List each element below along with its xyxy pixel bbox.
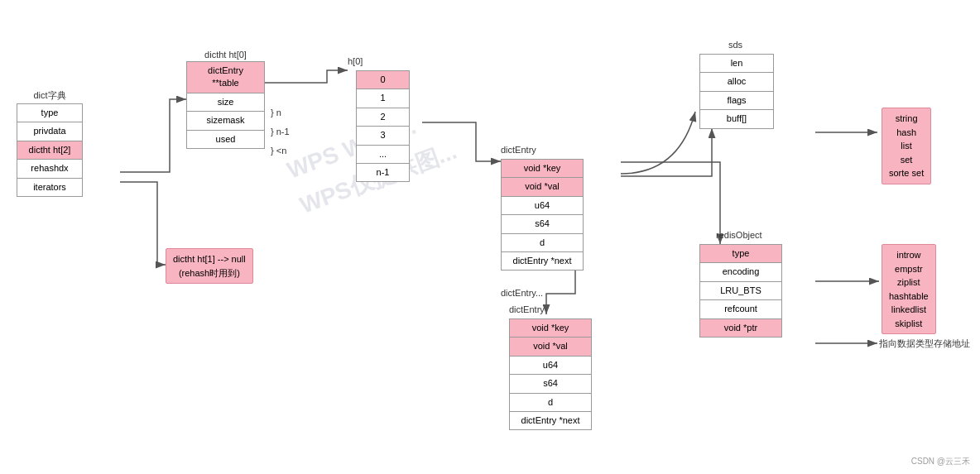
dict-cell-ht2: dictht ht[2] — [17, 141, 83, 160]
redisobject-group: type encoding LRU_BTS refcount void *ptr — [699, 244, 782, 338]
string-types-text: stringhashlistsetsorte set — [889, 113, 924, 178]
sds-label: sds — [728, 40, 742, 50]
encoding-types-text: introwempstrziplisthashtablelinkedlistsk… — [889, 250, 929, 328]
de2-key: void *key — [509, 318, 592, 338]
annot-less-n: } <n — [271, 146, 286, 156]
de1-u64: u64 — [501, 197, 584, 215]
dictht1-note: dictht ht[1] --> null(rehash时用到) — [166, 248, 253, 284]
redisobject-label: redisObject — [716, 230, 762, 240]
dict-label: dict字典 — [17, 89, 83, 102]
de2-s64: s64 — [509, 375, 592, 393]
de2-u64: u64 — [509, 357, 592, 375]
de1-d: d — [501, 234, 584, 252]
dict-cell-iterators: iterators — [17, 179, 83, 197]
h0-cell-dots: ... — [356, 146, 410, 164]
ro-encoding: encoding — [699, 263, 782, 281]
de1-key: void *key — [501, 159, 584, 178]
footer: CSDN @云三禾 — [911, 456, 970, 467]
h0-cell-3: 3 — [356, 127, 410, 145]
string-types-box: stringhashlistsetsorte set — [882, 108, 931, 184]
de1-val: void *val — [501, 178, 584, 196]
dictentry-dots: dictEntry... — [501, 288, 543, 298]
h0-label: h[0] — [348, 56, 363, 66]
de2-next: dictEntry *next — [509, 412, 592, 430]
h0-cell-1: 1 — [356, 89, 410, 108]
sds-group: len alloc flags buff[] — [699, 54, 774, 129]
de2-val: void *val — [509, 338, 592, 356]
h0-cell-0: 0 — [356, 70, 410, 89]
encoding-types-box: introwempstrziplisthashtablelinkedlistsk… — [882, 244, 936, 334]
ptr-label: 指向数据类型存储地址 — [879, 338, 970, 350]
ro-type: type — [699, 244, 782, 263]
dictentry1-label: dictEntry — [501, 145, 536, 155]
dictht0-size: size — [186, 93, 265, 112]
dict-group: dict字典 type privdata dictht ht[2] rehash… — [17, 89, 83, 197]
dict-cell-privdata: privdata — [17, 122, 83, 141]
sds-len: len — [699, 54, 774, 73]
diagram-container: WPS Wind... WPS仅提供图... dict字典 type privd… — [0, 0, 980, 474]
dictht0-group: dictht ht[0] dictEntry**table size sizem… — [186, 50, 265, 149]
h0-group: 0 1 2 3 ... n-1 — [356, 70, 410, 182]
annot-n1: } n-1 — [271, 127, 290, 136]
dictentry1-group: void *key void *val u64 s64 d dictEntry … — [501, 159, 584, 271]
ro-refcount: refcount — [699, 300, 782, 318]
h0-cell-n1: n-1 — [356, 164, 410, 182]
ro-lru: LRU_BTS — [699, 282, 782, 300]
sds-flags: flags — [699, 92, 774, 110]
dictentry2-group: void *key void *val u64 s64 d dictEntry … — [509, 318, 592, 430]
ro-ptr: void *ptr — [699, 319, 782, 338]
dictentry2-label: dictEntry — [509, 304, 545, 314]
de2-d: d — [509, 394, 592, 412]
de1-next: dictEntry *next — [501, 252, 584, 271]
de1-s64: s64 — [501, 215, 584, 233]
dict-cell-rehashdx: rehashdx — [17, 160, 83, 178]
sds-buff: buff[] — [699, 110, 774, 128]
arrows-svg — [0, 0, 980, 474]
sds-alloc: alloc — [699, 73, 774, 91]
dictht0-entry: dictEntry**table — [186, 61, 265, 93]
dict-cell-type: type — [17, 103, 83, 122]
dictht0-sizemask: sizemask — [186, 112, 265, 130]
dictht0-used: used — [186, 131, 265, 149]
annot-n: } n — [271, 108, 281, 117]
dictht0-label: dictht ht[0] — [186, 50, 265, 60]
h0-cell-2: 2 — [356, 108, 410, 127]
